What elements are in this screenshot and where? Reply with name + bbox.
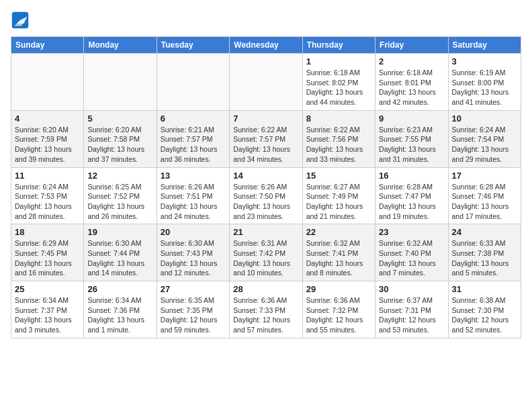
calendar-cell: 3Sunrise: 6:19 AM Sunset: 8:00 PM Daylig… (448, 54, 521, 111)
day-info: Sunrise: 6:35 AM Sunset: 7:35 PM Dayligh… (161, 295, 226, 335)
day-number: 14 (233, 171, 298, 181)
day-info: Sunrise: 6:36 AM Sunset: 7:32 PM Dayligh… (306, 295, 371, 335)
calendar-cell: 13Sunrise: 6:26 AM Sunset: 7:51 PM Dayli… (157, 167, 229, 224)
day-number: 11 (15, 171, 80, 181)
calendar-cell (11, 54, 84, 111)
day-number: 28 (233, 284, 298, 294)
day-info: Sunrise: 6:20 AM Sunset: 7:59 PM Dayligh… (15, 125, 80, 165)
day-info: Sunrise: 6:37 AM Sunset: 7:31 PM Dayligh… (379, 295, 444, 335)
day-number: 16 (379, 171, 444, 181)
calendar-cell: 27Sunrise: 6:35 AM Sunset: 7:35 PM Dayli… (157, 281, 229, 338)
calendar-cell: 9Sunrise: 6:23 AM Sunset: 7:55 PM Daylig… (375, 110, 448, 167)
day-number: 22 (306, 227, 371, 237)
day-info: Sunrise: 6:32 AM Sunset: 7:40 PM Dayligh… (379, 238, 444, 278)
week-row-3: 11Sunrise: 6:24 AM Sunset: 7:53 PM Dayli… (11, 167, 521, 224)
calendar-cell: 20Sunrise: 6:30 AM Sunset: 7:43 PM Dayli… (157, 224, 229, 281)
day-number: 25 (15, 284, 80, 294)
day-number: 21 (233, 227, 298, 237)
week-row-1: 1Sunrise: 6:18 AM Sunset: 8:02 PM Daylig… (11, 54, 521, 111)
week-row-5: 25Sunrise: 6:34 AM Sunset: 7:37 PM Dayli… (11, 281, 521, 338)
day-info: Sunrise: 6:27 AM Sunset: 7:49 PM Dayligh… (306, 182, 371, 222)
day-number: 2 (379, 56, 444, 66)
day-info: Sunrise: 6:26 AM Sunset: 7:50 PM Dayligh… (233, 182, 298, 222)
day-info: Sunrise: 6:36 AM Sunset: 7:33 PM Dayligh… (233, 295, 298, 335)
day-info: Sunrise: 6:24 AM Sunset: 7:53 PM Dayligh… (15, 182, 80, 222)
calendar-cell: 29Sunrise: 6:36 AM Sunset: 7:32 PM Dayli… (302, 281, 375, 338)
day-info: Sunrise: 6:32 AM Sunset: 7:41 PM Dayligh… (306, 238, 371, 278)
calendar-cell: 17Sunrise: 6:28 AM Sunset: 7:46 PM Dayli… (448, 167, 521, 224)
calendar-cell: 16Sunrise: 6:28 AM Sunset: 7:47 PM Dayli… (375, 167, 448, 224)
day-info: Sunrise: 6:30 AM Sunset: 7:43 PM Dayligh… (161, 238, 226, 278)
day-info: Sunrise: 6:22 AM Sunset: 7:57 PM Dayligh… (233, 125, 298, 165)
day-info: Sunrise: 6:28 AM Sunset: 7:47 PM Dayligh… (379, 182, 444, 222)
day-number: 8 (306, 113, 371, 124)
calendar-cell: 21Sunrise: 6:31 AM Sunset: 7:42 PM Dayli… (230, 224, 302, 281)
calendar-cell: 2Sunrise: 6:18 AM Sunset: 8:01 PM Daylig… (375, 54, 448, 111)
weekday-header-friday: Friday (375, 37, 448, 54)
day-info: Sunrise: 6:26 AM Sunset: 7:51 PM Dayligh… (161, 182, 226, 222)
page-header (11, 11, 521, 30)
calendar-cell (230, 54, 302, 111)
calendar-cell: 4Sunrise: 6:20 AM Sunset: 7:59 PM Daylig… (11, 110, 84, 167)
calendar-cell: 15Sunrise: 6:27 AM Sunset: 7:49 PM Dayli… (302, 167, 375, 224)
calendar-cell: 30Sunrise: 6:37 AM Sunset: 7:31 PM Dayli… (375, 281, 448, 338)
weekday-header-wednesday: Wednesday (230, 37, 302, 54)
day-number: 26 (87, 284, 152, 294)
calendar-cell: 23Sunrise: 6:32 AM Sunset: 7:40 PM Dayli… (375, 224, 448, 281)
logo (11, 11, 32, 30)
calendar-cell: 26Sunrise: 6:34 AM Sunset: 7:36 PM Dayli… (84, 281, 157, 338)
calendar-cell: 18Sunrise: 6:29 AM Sunset: 7:45 PM Dayli… (11, 224, 84, 281)
day-number: 13 (161, 171, 226, 181)
calendar-cell: 1Sunrise: 6:18 AM Sunset: 8:02 PM Daylig… (302, 54, 375, 111)
day-number: 31 (452, 284, 517, 294)
week-row-2: 4Sunrise: 6:20 AM Sunset: 7:59 PM Daylig… (11, 110, 521, 167)
calendar-cell (84, 54, 157, 111)
day-info: Sunrise: 6:31 AM Sunset: 7:42 PM Dayligh… (233, 238, 298, 278)
day-number: 7 (233, 113, 298, 124)
weekday-header-tuesday: Tuesday (157, 37, 229, 54)
day-info: Sunrise: 6:25 AM Sunset: 7:52 PM Dayligh… (87, 182, 152, 222)
day-number: 23 (379, 227, 444, 237)
day-number: 3 (452, 56, 517, 66)
week-row-4: 18Sunrise: 6:29 AM Sunset: 7:45 PM Dayli… (11, 224, 521, 281)
day-number: 10 (452, 113, 517, 124)
calendar-cell: 7Sunrise: 6:22 AM Sunset: 7:57 PM Daylig… (230, 110, 302, 167)
day-info: Sunrise: 6:30 AM Sunset: 7:44 PM Dayligh… (87, 238, 152, 278)
day-info: Sunrise: 6:29 AM Sunset: 7:45 PM Dayligh… (15, 238, 80, 278)
day-number: 15 (306, 171, 371, 181)
day-number: 27 (161, 284, 226, 294)
day-number: 30 (379, 284, 444, 294)
day-info: Sunrise: 6:34 AM Sunset: 7:37 PM Dayligh… (15, 295, 80, 335)
weekday-header-thursday: Thursday (302, 37, 375, 54)
logo-icon (11, 11, 30, 30)
day-number: 20 (161, 227, 226, 237)
calendar-cell: 12Sunrise: 6:25 AM Sunset: 7:52 PM Dayli… (84, 167, 157, 224)
day-info: Sunrise: 6:38 AM Sunset: 7:30 PM Dayligh… (452, 295, 517, 335)
day-info: Sunrise: 6:21 AM Sunset: 7:57 PM Dayligh… (161, 125, 226, 165)
day-info: Sunrise: 6:18 AM Sunset: 8:01 PM Dayligh… (379, 68, 444, 107)
day-info: Sunrise: 6:28 AM Sunset: 7:46 PM Dayligh… (452, 182, 517, 222)
weekday-header-monday: Monday (84, 37, 157, 54)
weekday-header-saturday: Saturday (448, 37, 521, 54)
calendar-cell: 5Sunrise: 6:20 AM Sunset: 7:58 PM Daylig… (84, 110, 157, 167)
calendar-cell: 6Sunrise: 6:21 AM Sunset: 7:57 PM Daylig… (157, 110, 229, 167)
day-info: Sunrise: 6:22 AM Sunset: 7:56 PM Dayligh… (306, 125, 371, 165)
calendar-cell: 31Sunrise: 6:38 AM Sunset: 7:30 PM Dayli… (448, 281, 521, 338)
calendar-cell: 28Sunrise: 6:36 AM Sunset: 7:33 PM Dayli… (230, 281, 302, 338)
day-number: 1 (306, 56, 371, 66)
day-number: 12 (87, 171, 152, 181)
day-number: 17 (452, 171, 517, 181)
calendar-cell: 19Sunrise: 6:30 AM Sunset: 7:44 PM Dayli… (84, 224, 157, 281)
day-info: Sunrise: 6:24 AM Sunset: 7:54 PM Dayligh… (452, 125, 517, 165)
day-number: 19 (87, 227, 152, 237)
calendar-cell: 24Sunrise: 6:33 AM Sunset: 7:38 PM Dayli… (448, 224, 521, 281)
weekday-header-sunday: Sunday (11, 37, 84, 54)
calendar-cell: 22Sunrise: 6:32 AM Sunset: 7:41 PM Dayli… (302, 224, 375, 281)
day-number: 5 (87, 113, 152, 124)
day-number: 9 (379, 113, 444, 124)
calendar-cell: 14Sunrise: 6:26 AM Sunset: 7:50 PM Dayli… (230, 167, 302, 224)
calendar-cell: 10Sunrise: 6:24 AM Sunset: 7:54 PM Dayli… (448, 110, 521, 167)
calendar-cell (157, 54, 229, 111)
calendar-cell: 8Sunrise: 6:22 AM Sunset: 7:56 PM Daylig… (302, 110, 375, 167)
day-number: 4 (15, 113, 80, 124)
